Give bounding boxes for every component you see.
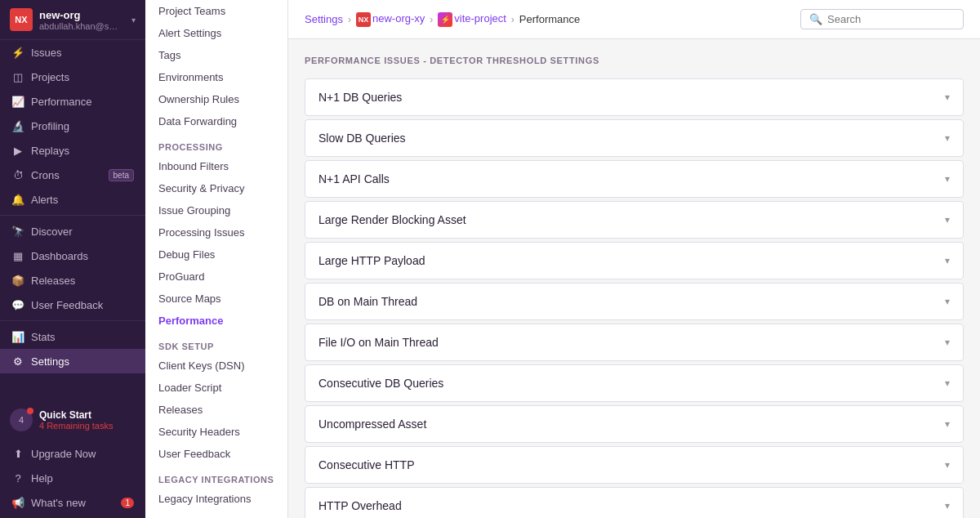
breadcrumb-project[interactable]: ⚡vite-project [438, 12, 506, 27]
breadcrumb-settings[interactable]: Settings [305, 13, 343, 25]
project-logo: ⚡ [438, 12, 452, 27]
sidebar-item-releases[interactable]: Releases [145, 399, 287, 421]
sidebar-item-performance[interactable]: Performance [145, 310, 287, 332]
sidebar-item-debug-files[interactable]: Debug Files [145, 243, 287, 266]
sidebar-item-inbound-filters[interactable]: Inbound Filters [145, 155, 287, 177]
org-header[interactable]: NX new-org abdullah.khan@sen... ▾ [0, 0, 145, 40]
crons-beta-badge: beta [109, 169, 134, 181]
whats-new-badge: 1 [121, 498, 134, 508]
bottom-nav: ⬆ Upgrade Now ? Help 📢 What's new 1 [0, 438, 145, 518]
breadcrumb-project-name: vite-project [454, 12, 506, 25]
nav-item-replays[interactable]: ▶ Replays [0, 138, 145, 163]
main-content: Settings › NXnew-org-xy › ⚡vite-project … [288, 0, 980, 518]
accordions-container: N+1 DB Queries ▾ Slow DB Queries ▾ N+1 A… [305, 78, 964, 518]
accordion-header-consecutive-db[interactable]: Consecutive DB Queries ▾ [305, 365, 963, 401]
org-chevron-icon: ▾ [131, 16, 136, 25]
accordion-n1-db: N+1 DB Queries ▾ [305, 78, 964, 116]
sidebar-item-security-privacy[interactable]: Security & Privacy [145, 177, 287, 199]
replays-icon: ▶ [11, 144, 24, 157]
sidebar-item-source-maps[interactable]: Source Maps [145, 288, 287, 310]
accordion-label-http-overhead: HTTP Overhead [318, 499, 402, 512]
nav-label-replays: Replays [31, 145, 69, 157]
nav-item-performance[interactable]: 📈 Performance [0, 89, 145, 114]
content-area: Performance Issues - Detector Threshold … [288, 39, 980, 518]
nav-divider-2 [0, 320, 145, 321]
accordion-header-consecutive-http[interactable]: Consecutive HTTP ▾ [305, 447, 963, 483]
quick-start[interactable]: 4 Quick Start 4 Remaining tasks [0, 402, 145, 438]
accordion-chevron-large-http: ▾ [945, 255, 950, 266]
nav-label-profiling: Profiling [31, 120, 69, 132]
nav-item-profiling[interactable]: 🔬 Profiling [0, 114, 145, 138]
nav-item-projects[interactable]: ◫ Projects [0, 65, 145, 89]
org-name: new-org [39, 9, 125, 21]
nav-label-issues: Issues [31, 47, 62, 59]
breadcrumb-org[interactable]: NXnew-org-xy [356, 12, 425, 27]
nav-item-discover[interactable]: 🔭 Discover [0, 219, 145, 243]
upgrade-icon: ⬆ [11, 447, 24, 460]
accordion-header-slow-db[interactable]: Slow DB Queries ▾ [305, 120, 963, 156]
nav-item-upgrade[interactable]: ⬆ Upgrade Now [0, 441, 145, 466]
nav-item-settings[interactable]: ⚙ Settings [0, 349, 145, 373]
sidebar-item-issue-grouping[interactable]: Issue Grouping [145, 199, 287, 221]
sidebar-item-legacy-integrations[interactable]: Legacy Integrations [145, 488, 287, 510]
nav-label-user-feedback: User Feedback [31, 299, 103, 311]
accordion-consecutive-http: Consecutive HTTP ▾ [305, 446, 964, 484]
accordion-label-file-io: File I/O on Main Thread [318, 336, 439, 349]
org-email: abdullah.khan@sen... [39, 21, 121, 31]
nav-item-whats-new[interactable]: 📢 What's new 1 [0, 490, 145, 515]
legacy-integrations-section-label: Legacy Integrations [145, 465, 287, 488]
accordion-file-io: File I/O on Main Thread ▾ [305, 324, 964, 361]
search-bar[interactable]: 🔍 [800, 9, 964, 29]
quick-start-subtitle: 4 Remaining tasks [39, 421, 136, 431]
accordion-label-n1-api: N+1 API Calls [318, 172, 390, 185]
accordion-header-large-http[interactable]: Large HTTP Payload ▾ [305, 243, 963, 279]
quick-start-info: Quick Start 4 Remaining tasks [39, 409, 136, 431]
accordion-header-large-render[interactable]: Large Render Blocking Asset ▾ [305, 202, 963, 238]
accordion-slow-db: Slow DB Queries ▾ [305, 119, 964, 157]
sidebar-item-tags[interactable]: Tags [145, 44, 287, 66]
accordion-chevron-db-main-thread: ▾ [945, 296, 950, 307]
nav-item-alerts[interactable]: 🔔 Alerts [0, 187, 145, 212]
nav-item-user-feedback[interactable]: 💬 User Feedback [0, 292, 145, 317]
crons-icon: ⏱ [11, 168, 24, 181]
sidebar-item-ownership-rules[interactable]: Ownership Rules [145, 88, 287, 110]
accordion-consecutive-db: Consecutive DB Queries ▾ [305, 364, 964, 402]
org-avatar: NX [10, 8, 33, 31]
sidebar-item-project-teams[interactable]: Project Teams [145, 0, 287, 22]
accordion-header-n1-api[interactable]: N+1 API Calls ▾ [305, 161, 963, 197]
sidebar-item-data-forwarding[interactable]: Data Forwarding [145, 110, 287, 132]
accordion-label-n1-db: N+1 DB Queries [318, 91, 402, 104]
sidebar-item-loader-script[interactable]: Loader Script [145, 377, 287, 399]
sidebar-item-proguard[interactable]: ProGuard [145, 266, 287, 288]
nav-label-performance: Performance [31, 96, 91, 108]
nav-item-help[interactable]: ? Help [0, 466, 145, 490]
sidebar-item-environments[interactable]: Environments [145, 66, 287, 88]
nav-label-help: Help [31, 472, 53, 485]
nav-item-dashboards[interactable]: ▦ Dashboards [0, 243, 145, 268]
nav-item-issues[interactable]: ⚡ Issues [0, 40, 145, 65]
nav-item-releases[interactable]: 📦 Releases [0, 268, 145, 292]
accordion-header-db-main-thread[interactable]: DB on Main Thread ▾ [305, 284, 963, 319]
nav-item-stats[interactable]: 📊 Stats [0, 324, 145, 349]
nav-item-crons[interactable]: ⏱ Crons beta [0, 163, 145, 187]
user-feedback-icon: 💬 [11, 298, 24, 311]
accordion-header-file-io[interactable]: File I/O on Main Thread ▾ [305, 324, 963, 360]
sidebar-item-client-keys[interactable]: Client Keys (DSN) [145, 355, 287, 377]
nav-label-settings: Settings [31, 355, 69, 368]
quick-start-title: Quick Start [39, 409, 136, 421]
search-input[interactable] [827, 13, 955, 25]
processing-section-label: Processing [145, 132, 287, 155]
performance-icon: 📈 [11, 95, 24, 108]
accordion-chevron-uncompressed: ▾ [945, 418, 950, 430]
sidebar-item-user-feedback-sdk[interactable]: User Feedback [145, 443, 287, 465]
accordion-label-slow-db: Slow DB Queries [318, 132, 406, 145]
accordion-header-uncompressed[interactable]: Uncompressed Asset ▾ [305, 406, 963, 442]
accordion-label-large-http: Large HTTP Payload [318, 254, 425, 267]
sidebar-item-processing-issues[interactable]: Processing Issues [145, 221, 287, 243]
alerts-icon: 🔔 [11, 193, 24, 206]
sidebar-item-alert-settings[interactable]: Alert Settings [145, 22, 287, 44]
accordion-header-http-overhead[interactable]: HTTP Overhead ▾ [305, 488, 963, 518]
sidebar-item-security-headers[interactable]: Security Headers [145, 421, 287, 443]
accordion-header-n1-db[interactable]: N+1 DB Queries ▾ [305, 79, 963, 115]
accordion-chevron-large-render: ▾ [945, 214, 950, 226]
